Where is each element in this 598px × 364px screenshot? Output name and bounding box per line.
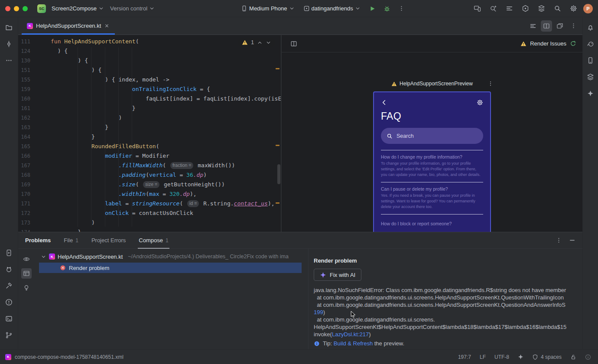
editor-options-button[interactable] [568, 20, 579, 32]
info-circle-icon[interactable] [585, 354, 591, 360]
code-line[interactable]: 171label = stringResource( id = R.string… [18, 199, 281, 208]
tip-link[interactable]: Build & Refresh [334, 340, 373, 347]
zoom-window-button[interactable] [23, 6, 28, 11]
search-everywhere-button[interactable] [551, 3, 563, 15]
close-window-button[interactable] [5, 6, 10, 11]
tab-file[interactable]: File 1 [64, 232, 78, 248]
code-line[interactable]: 161} [18, 104, 281, 113]
editor-tab[interactable]: HelpAndSupportScreen.kt [22, 17, 115, 34]
line-number[interactable]: 172 [18, 208, 43, 218]
preview-menu-icon[interactable] [488, 81, 494, 87]
code-line[interactable]: 160faqList[index] = faqList[index].copy(… [18, 94, 281, 104]
code-line[interactable]: 151) { [18, 65, 281, 75]
line-number[interactable]: 124 [18, 46, 43, 56]
code-line[interactable]: 165RoundedFilledButton( [18, 142, 281, 151]
code-line[interactable]: 130) { [18, 56, 281, 65]
line-number[interactable]: 162 [18, 113, 43, 123]
code-line[interactable]: 170.widthIn(max = 320.dp), [18, 189, 281, 199]
code-line[interactable]: 163} [18, 123, 281, 132]
code-line[interactable]: 174} [18, 228, 281, 232]
run-button[interactable] [366, 3, 378, 15]
line-number[interactable]: 151 [18, 65, 43, 75]
close-tab-icon[interactable] [104, 23, 110, 29]
line-number[interactable]: 173 [18, 218, 43, 228]
resource-manager-tool-button[interactable] [584, 70, 597, 83]
terminal-tool-button[interactable] [3, 312, 16, 325]
project-selector[interactable]: Screen2Compose [49, 3, 107, 13]
code-line[interactable]: 167.fillMaxWidth( fraction = maxWidth()) [18, 161, 281, 170]
caret-position[interactable]: 197:7 [458, 354, 471, 360]
gradle-tool-button[interactable] [584, 37, 597, 50]
chevron-down-icon[interactable] [266, 40, 271, 46]
more-tool-windows-button[interactable] [3, 54, 16, 67]
line-number[interactable]: 159 [18, 84, 43, 94]
line-number[interactable]: 163 [18, 123, 43, 132]
split-mode-button[interactable] [541, 20, 552, 32]
line-number[interactable]: 174 [18, 228, 43, 232]
device-manager-tool-button[interactable] [584, 54, 597, 67]
line-number[interactable]: 161 [18, 104, 43, 113]
ai-search-button[interactable] [487, 3, 499, 15]
indent-widget[interactable]: 4 spaces [532, 354, 562, 360]
logcat-tool-button[interactable] [3, 263, 16, 276]
minimize-window-button[interactable] [14, 6, 19, 11]
details-view-button[interactable] [21, 268, 32, 279]
compose-preview-phone[interactable]: FAQ Search How do I change my profile in… [373, 91, 491, 232]
settings-button[interactable] [567, 3, 579, 15]
problems-tool-button[interactable] [3, 296, 16, 309]
lock-open-icon[interactable] [570, 354, 576, 360]
preview-canvas[interactable]: HelpAndSupportScreenPreview FAQ Search H… [282, 52, 582, 232]
line-number[interactable]: 164 [18, 132, 43, 142]
stack-link[interactable]: LazyDsl.kt:217 [332, 331, 369, 338]
device-mirroring-button[interactable] [471, 3, 483, 15]
code-line[interactable]: 172onClick = contactUsOnClick [18, 208, 281, 218]
code-line[interactable]: 169.size( size = getButtonHeight()) [18, 180, 281, 189]
code-line[interactable]: 159onTrailingIconClick = { [18, 84, 281, 94]
code-line[interactable]: 166modifier = Modifier [18, 151, 281, 161]
version-control-menu[interactable]: Version control [107, 3, 158, 13]
preview-layout-button[interactable] [288, 38, 300, 50]
line-number[interactable]: 167 [18, 161, 43, 170]
line-number[interactable]: 169 [18, 180, 43, 189]
design-mode-button[interactable] [554, 20, 566, 32]
quick-fix-button[interactable] [21, 283, 32, 293]
version-control-tool-button[interactable] [3, 328, 16, 341]
code-line[interactable]: 162) [18, 113, 281, 123]
code-mode-button[interactable] [527, 20, 539, 32]
line-number[interactable]: 168 [18, 170, 43, 180]
app-inspection-button[interactable] [519, 3, 531, 15]
more-run-actions-button[interactable] [396, 3, 408, 15]
chevron-up-icon[interactable] [257, 40, 263, 46]
user-avatar[interactable]: P [583, 4, 593, 13]
profiler-button[interactable] [535, 3, 547, 15]
tab-compose[interactable]: Compose 1 [139, 232, 168, 248]
project-tool-button[interactable] [3, 21, 16, 34]
kebab-menu-icon[interactable] [556, 237, 562, 244]
line-ending-selector[interactable]: LF [480, 354, 486, 360]
chevron-down-icon[interactable] [41, 254, 46, 260]
run-configuration-selector[interactable]: datingandfriends [300, 3, 364, 13]
running-devices-tool-button[interactable] [3, 246, 16, 259]
code-line[interactable]: 173) [18, 218, 281, 228]
commit-tool-button[interactable] [3, 37, 16, 50]
gemini-tool-button[interactable] [584, 87, 597, 100]
code-line[interactable]: 164} [18, 132, 281, 142]
problems-file-row[interactable]: HelpAndSupportScreen.kt ~/AndroidStudioP… [35, 251, 308, 262]
render-issues-status[interactable]: Render Issues [520, 40, 576, 47]
tab-project-errors[interactable]: Project Errors [91, 232, 126, 248]
line-number[interactable]: 165 [18, 142, 43, 151]
editor-scrollbar[interactable] [277, 164, 280, 184]
line-number[interactable]: 170 [18, 189, 43, 199]
code-line[interactable]: 168.padding(vertical = 36.dp) [18, 170, 281, 180]
inspections-widget[interactable]: 1 [238, 38, 275, 47]
code-editor[interactable]: 111fun HelpAndSupportContent(124) {130) … [18, 35, 281, 232]
stack-link[interactable]: 199 [314, 309, 323, 315]
line-number[interactable]: 166 [18, 151, 43, 161]
encoding-selector[interactable]: UTF-8 [494, 354, 509, 360]
build-tool-button[interactable] [3, 279, 16, 292]
preview-problem-button[interactable] [21, 254, 32, 264]
logcat-button[interactable] [503, 3, 515, 15]
notifications-button[interactable] [584, 21, 597, 34]
line-number[interactable]: 111 [18, 37, 43, 46]
line-number[interactable]: 155 [18, 75, 43, 84]
